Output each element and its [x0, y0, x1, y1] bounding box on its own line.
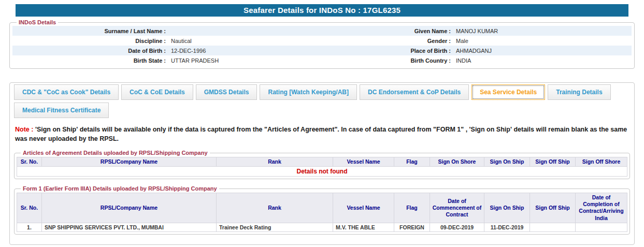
gender-value: Male [455, 38, 632, 44]
cell-sign-off-ship [530, 223, 576, 231]
col-flag: Flag [394, 193, 430, 223]
tabs-row-1: CDC & "CoC as Cook" Details CoC & CoE De… [14, 84, 630, 100]
form1-details-table: Sr. No. RPSL/Company Name Rank Vessel Na… [17, 193, 627, 232]
page-title: Seafarer Details for INDoS No : 17GL6235 [16, 4, 628, 17]
col-sign-off-ship: Sign Off Ship [530, 193, 576, 223]
note-prefix: Note : [15, 126, 33, 133]
col-rpsl-company-name: RPSL/Company Name [42, 157, 217, 167]
tab-dc-endorsement-cop[interactable]: DC Endorsement & CoP Details [360, 84, 469, 100]
cell-rank: Trainee Deck Rating [217, 223, 333, 231]
dob-value: 12-DEC-1996 [170, 48, 373, 54]
surname-label: Surname / Last Name : [12, 28, 170, 34]
articles-of-agreement-section: Articles of Agreement Details uploaded b… [14, 150, 630, 179]
form1-details-section: Form 1 (Earlier Form IIIA) Details uploa… [14, 185, 630, 235]
col-date-of-commencement: Date of Commencement of Contract [430, 193, 484, 223]
col-flag: Flag [394, 157, 430, 167]
birth-state-value: UTTAR PRADESH [170, 57, 373, 64]
place-of-birth-value: AHMADGANJ [455, 48, 632, 54]
indos-row-birth: Date of Birth : 12-DEC-1996 Place of Bir… [12, 46, 632, 55]
sign-on-ship-note: Note : 'Sign on Ship' details will be av… [15, 125, 629, 143]
details-not-found-message: Details not found [17, 167, 627, 177]
col-vessel-name: Vessel Name [333, 193, 394, 223]
birth-country-value: INDIA [455, 57, 632, 64]
seafarer-details-page: Seafarer Details for INDoS No : 17GL6235… [0, 0, 644, 247]
indos-row-name: Surname / Last Name : Given Name : MANOJ… [12, 26, 632, 36]
discipline-value: Nautical [170, 38, 373, 44]
tab-cdc-coc-as-cook[interactable]: CDC & "CoC as Cook" Details [14, 84, 119, 100]
col-rank: Rank [217, 193, 333, 223]
cell-commencement-date: 09-DEC-2019 [430, 223, 484, 231]
cell-sr-no: 1. [17, 223, 42, 231]
articles-of-agreement-legend: Articles of Agreement Details uploaded b… [21, 150, 210, 156]
dob-label: Date of Birth : [12, 48, 170, 54]
given-name-label: Given Name : [373, 28, 455, 34]
form1-header-row: Sr. No. RPSL/Company Name Rank Vessel Na… [17, 193, 627, 223]
indos-details-section: INDoS Details Surname / Last Name : Give… [9, 19, 635, 69]
indos-details-legend: INDoS Details [17, 19, 58, 25]
col-sign-on-ship: Sign On Ship [484, 157, 530, 167]
given-name-value: MANOJ KUMAR [455, 28, 632, 34]
cell-sign-on-ship: 11-DEC-2019 [484, 223, 530, 231]
discipline-label: Discipline : [12, 38, 170, 44]
indos-row-state: Birth State : UTTAR PRADESH Birth Countr… [12, 55, 632, 65]
cell-completion-date [576, 223, 627, 231]
col-rank: Rank [217, 157, 333, 167]
col-sign-off-shore: Sign Off Shore [576, 157, 627, 167]
articles-empty-row: Details not found [17, 167, 627, 177]
form1-details-legend: Form 1 (Earlier Form IIIA) Details uploa… [21, 185, 219, 192]
note-text: 'Sign on Ship' details will be available… [15, 126, 627, 142]
col-date-of-completion: Date of Completion of Contract/Arriving … [576, 193, 627, 223]
tabs-row-2: Medical Fitness Certificate [14, 103, 630, 118]
birth-country-label: Birth Country : [373, 57, 455, 64]
articles-header-row: Sr. No. RPSL/Company Name Rank Vessel Na… [17, 157, 627, 167]
cell-company-name: SNP SHIPPING SERVICES PVT. LTD., MUMBAI [42, 223, 217, 231]
place-of-birth-label: Place of Birth : [373, 48, 455, 54]
col-sr-no: Sr. No. [17, 157, 42, 167]
tab-sea-service-details[interactable]: Sea Service Details [471, 84, 545, 100]
cell-flag: FOREIGN [394, 223, 430, 231]
tab-coc-coe[interactable]: CoC & CoE Details [121, 84, 193, 100]
gender-label: Gender : [373, 38, 455, 44]
cell-vessel-name: M.V. THE ABLE [333, 223, 394, 231]
tab-content-panel: CDC & "CoC as Cook" Details CoC & CoE De… [9, 82, 635, 245]
birth-state-label: Birth State : [12, 57, 170, 64]
col-rpsl-company-name: RPSL/Company Name [42, 193, 217, 223]
col-sign-on-shore: Sign On Shore [430, 157, 484, 167]
col-sign-off-ship: Sign Off Ship [530, 157, 576, 167]
articles-of-agreement-table: Sr. No. RPSL/Company Name Rank Vessel Na… [17, 157, 627, 177]
table-row: 1. SNP SHIPPING SERVICES PVT. LTD., MUMB… [17, 223, 627, 231]
tab-rating-watch-keeping[interactable]: Rating [Watch Keeping/AB] [260, 84, 357, 100]
tab-medical-fitness-certificate[interactable]: Medical Fitness Certificate [14, 103, 109, 118]
tab-training-details[interactable]: Training Details [548, 84, 610, 100]
indos-row-discipline: Discipline : Nautical Gender : Male [12, 36, 632, 46]
col-sign-on-ship: Sign On Ship [484, 193, 530, 223]
col-vessel-name: Vessel Name [333, 157, 394, 167]
tab-gmdss[interactable]: GMDSS Details [196, 84, 257, 100]
col-sr-no: Sr. No. [17, 193, 42, 223]
